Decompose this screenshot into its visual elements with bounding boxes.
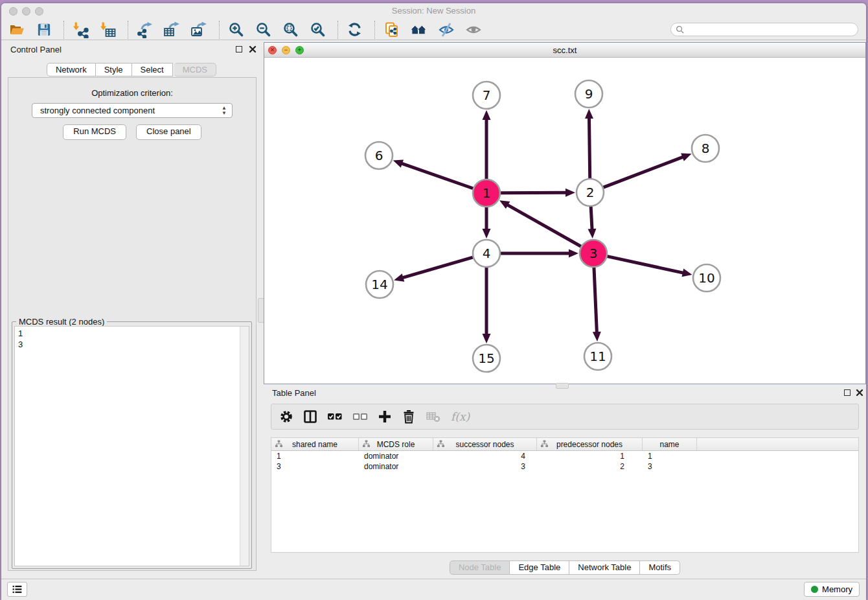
- zoom-out-icon[interactable]: [255, 21, 272, 38]
- import-table-icon[interactable]: [99, 21, 117, 38]
- node-11[interactable]: 11: [584, 343, 611, 370]
- table-cell[interactable]: 3: [433, 461, 537, 472]
- task-history-button[interactable]: [7, 582, 27, 597]
- edge-1-4[interactable]: [483, 207, 491, 238]
- delete-column-trash-icon[interactable]: [402, 409, 416, 424]
- namespace-icon: [541, 440, 548, 450]
- table-cell[interactable]: 1: [271, 451, 359, 461]
- mcds-result-text: 1 3: [18, 328, 238, 566]
- node-6[interactable]: 6: [365, 142, 393, 169]
- refresh-layout-icon[interactable]: [346, 21, 363, 38]
- edge-2-9[interactable]: [585, 109, 593, 178]
- table-cell[interactable]: dominator: [359, 461, 433, 472]
- column-header-name[interactable]: name: [643, 438, 697, 450]
- result-scrollbar[interactable]: [240, 327, 249, 566]
- save-session-icon[interactable]: [35, 21, 52, 38]
- tab-network[interactable]: Network: [47, 63, 96, 76]
- node-10[interactable]: 10: [693, 264, 720, 292]
- table-cell[interactable]: 3: [643, 461, 697, 472]
- import-network-icon[interactable]: [72, 21, 89, 38]
- export-image-icon[interactable]: [190, 21, 208, 38]
- unselect-all-icon[interactable]: [352, 409, 368, 424]
- memory-button[interactable]: Memory: [804, 582, 860, 597]
- node-4[interactable]: 4: [473, 240, 500, 267]
- column-layout-icon[interactable]: [303, 409, 317, 424]
- edge-2-3[interactable]: [588, 207, 596, 238]
- list-icon: [11, 583, 23, 595]
- network-canvas[interactable]: 7968124314101511: [264, 58, 865, 384]
- table-row[interactable]: 3dominator323: [271, 461, 858, 472]
- network-window-title-bar[interactable]: ✕ − + scc.txt: [264, 43, 865, 58]
- node-8[interactable]: 8: [692, 135, 719, 162]
- edge-4-14[interactable]: [394, 257, 473, 281]
- table-row[interactable]: 1dominator411: [271, 451, 858, 461]
- application-window: Session: New Session: [1, 3, 866, 600]
- show-panels-eye-icon[interactable]: [464, 21, 482, 38]
- float-table-panel-icon[interactable]: [844, 389, 851, 396]
- search-input[interactable]: [687, 25, 858, 35]
- column-header-predecessor-nodes[interactable]: predecessor nodes: [537, 438, 643, 450]
- edge-3-1[interactable]: [499, 200, 581, 246]
- run-mcds-button[interactable]: Run MCDS: [63, 124, 126, 140]
- toolbar-separator: [63, 21, 64, 39]
- node-14[interactable]: 14: [366, 271, 393, 298]
- close-panel-icon[interactable]: [249, 45, 257, 53]
- settings-gear-icon[interactable]: [279, 409, 293, 424]
- edge-1-6[interactable]: [393, 159, 474, 188]
- node-2[interactable]: 2: [577, 179, 604, 206]
- zoom-selected-icon[interactable]: [309, 21, 326, 38]
- edge-4-3[interactable]: [501, 249, 578, 258]
- close-panel-button[interactable]: Close panel: [136, 124, 201, 140]
- search-field[interactable]: [670, 23, 858, 36]
- node-9[interactable]: 9: [575, 80, 602, 108]
- tab-select[interactable]: Select: [132, 63, 173, 76]
- control-panel-header: Control Panel: [4, 42, 259, 58]
- clone-network-icon[interactable]: [383, 21, 400, 38]
- float-panel-icon[interactable]: [236, 46, 242, 52]
- zoom-fit-icon[interactable]: [282, 21, 299, 38]
- tab-node-table[interactable]: Node Table: [450, 560, 510, 575]
- close-table-panel-icon[interactable]: [856, 389, 863, 397]
- column-header-MCDS-role[interactable]: MCDS role: [359, 438, 433, 450]
- mcds-result-area[interactable]: 1 3: [14, 326, 249, 566]
- column-header-successor-nodes[interactable]: successor nodes: [433, 438, 537, 450]
- tab-edge-table[interactable]: Edge Table: [510, 560, 569, 575]
- edge-1-2[interactable]: [501, 189, 575, 197]
- edge-2-8[interactable]: [604, 153, 692, 187]
- node-15[interactable]: 15: [473, 345, 500, 372]
- table-cell[interactable]: 3: [271, 461, 359, 472]
- select-all-icon[interactable]: [327, 409, 343, 424]
- svg-text:2: 2: [586, 185, 595, 200]
- tab-style[interactable]: Style: [96, 63, 132, 76]
- optimization-criterion-select[interactable]: strongly connected component ▲▼: [32, 103, 233, 118]
- export-network-icon[interactable]: [136, 21, 154, 38]
- zoom-in-icon[interactable]: [227, 21, 245, 38]
- export-table-icon[interactable]: [163, 21, 181, 38]
- table-cell[interactable]: 1: [537, 451, 643, 461]
- column-header-shared-name[interactable]: shared name: [271, 438, 359, 450]
- edge-4-15[interactable]: [483, 268, 491, 343]
- edge-3-10[interactable]: [607, 257, 692, 277]
- node-7[interactable]: 7: [473, 82, 500, 109]
- table-cell[interactable]: dominator: [359, 451, 433, 461]
- node-1[interactable]: 1: [473, 179, 500, 207]
- tab-motifs[interactable]: Motifs: [640, 560, 680, 575]
- tab-mcds[interactable]: MCDS: [174, 63, 216, 76]
- table-cell[interactable]: 4: [433, 451, 537, 461]
- edge-3-11[interactable]: [593, 268, 601, 341]
- node-3[interactable]: 3: [580, 240, 607, 267]
- table-panel-header: Table Panel: [264, 386, 866, 401]
- tab-network-table[interactable]: Network Table: [569, 560, 640, 575]
- add-column-icon[interactable]: [378, 409, 392, 424]
- hide-panels-eye-slash-icon[interactable]: [437, 21, 455, 38]
- svg-text:4: 4: [483, 246, 491, 261]
- svg-text:11: 11: [589, 349, 606, 364]
- home-view-icon[interactable]: [410, 21, 428, 38]
- edge-1-7[interactable]: [483, 110, 491, 179]
- select-chevrons-icon: ▲▼: [222, 106, 227, 116]
- table-cell[interactable]: 2: [537, 461, 643, 472]
- table-cell[interactable]: 1: [643, 451, 697, 461]
- svg-text:8: 8: [702, 141, 710, 156]
- open-session-icon[interactable]: [8, 21, 25, 38]
- svg-text:14: 14: [371, 277, 387, 292]
